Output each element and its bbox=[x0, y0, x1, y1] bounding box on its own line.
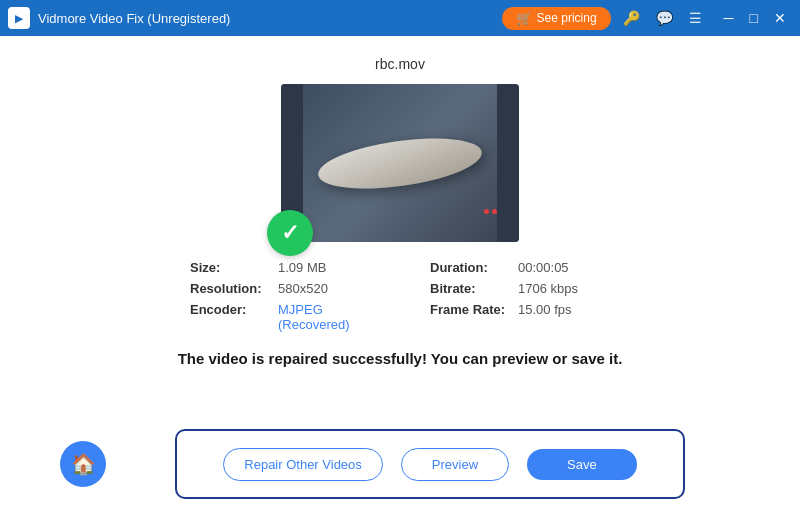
video-content bbox=[315, 129, 485, 197]
red-dot bbox=[492, 209, 497, 214]
save-button[interactable]: Save bbox=[527, 449, 637, 480]
menu-button[interactable]: ☰ bbox=[685, 8, 706, 28]
action-buttons-box: Repair Other Videos Preview Save bbox=[175, 429, 685, 499]
app-logo: ▶ bbox=[8, 7, 30, 29]
info-row-encoder: Encoder: MJPEG (Recovered) bbox=[190, 302, 370, 332]
close-button[interactable]: ✕ bbox=[768, 8, 792, 28]
window-controls: ─ □ ✕ bbox=[718, 8, 792, 28]
chat-button[interactable]: 💬 bbox=[652, 8, 677, 28]
success-badge: ✓ bbox=[267, 210, 313, 256]
bottom-action-area: 🏠 Repair Other Videos Preview Save bbox=[0, 429, 800, 499]
info-row-duration: Duration: 00:00:05 bbox=[430, 260, 610, 275]
file-name: rbc.mov bbox=[375, 56, 425, 72]
resolution-value: 580x520 bbox=[278, 281, 328, 296]
success-message: The video is repaired successfully! You … bbox=[178, 350, 623, 367]
info-row-size: Size: 1.09 MB bbox=[190, 260, 370, 275]
video-thumbnail: ✓ bbox=[281, 84, 519, 242]
title-bar: ▶ Vidmore Video Fix (Unregistered) 🛒 See… bbox=[0, 0, 800, 36]
bitrate-value: 1706 kbps bbox=[518, 281, 578, 296]
home-button[interactable]: 🏠 bbox=[60, 441, 106, 487]
duration-label: Duration: bbox=[430, 260, 510, 275]
home-icon: 🏠 bbox=[71, 452, 96, 476]
repair-other-button[interactable]: Repair Other Videos bbox=[223, 448, 383, 481]
encoder-label: Encoder: bbox=[190, 302, 270, 317]
resolution-label: Resolution: bbox=[190, 281, 270, 296]
encoder-value: MJPEG (Recovered) bbox=[278, 302, 370, 332]
main-content: rbc.mov ✓ Size: 1.09 MB Duration: 00:00:… bbox=[0, 36, 800, 519]
thumb-right-bar bbox=[497, 84, 519, 242]
framerate-label: Frame Rate: bbox=[430, 302, 510, 317]
minimize-button[interactable]: ─ bbox=[718, 8, 740, 28]
info-row-bitrate: Bitrate: 1706 kbps bbox=[430, 281, 610, 296]
app-title: Vidmore Video Fix (Unregistered) bbox=[38, 11, 502, 26]
key-button[interactable]: 🔑 bbox=[619, 8, 644, 28]
duration-value: 00:00:05 bbox=[518, 260, 569, 275]
preview-button[interactable]: Preview bbox=[401, 448, 509, 481]
cart-icon: 🛒 bbox=[516, 11, 532, 26]
video-info-grid: Size: 1.09 MB Duration: 00:00:05 Resolut… bbox=[190, 260, 610, 332]
bitrate-label: Bitrate: bbox=[430, 281, 510, 296]
red-dot bbox=[484, 209, 489, 214]
framerate-value: 15.00 fps bbox=[518, 302, 572, 317]
size-value: 1.09 MB bbox=[278, 260, 326, 275]
title-bar-actions: 🛒 See pricing 🔑 💬 ☰ ─ □ ✕ bbox=[502, 7, 792, 30]
see-pricing-button[interactable]: 🛒 See pricing bbox=[502, 7, 611, 30]
info-row-framerate: Frame Rate: 15.00 fps bbox=[430, 302, 610, 332]
see-pricing-label: See pricing bbox=[537, 11, 597, 25]
maximize-button[interactable]: □ bbox=[744, 8, 764, 28]
playhead-indicator bbox=[484, 209, 497, 214]
info-row-resolution: Resolution: 580x520 bbox=[190, 281, 370, 296]
video-preview bbox=[281, 84, 519, 242]
size-label: Size: bbox=[190, 260, 270, 275]
